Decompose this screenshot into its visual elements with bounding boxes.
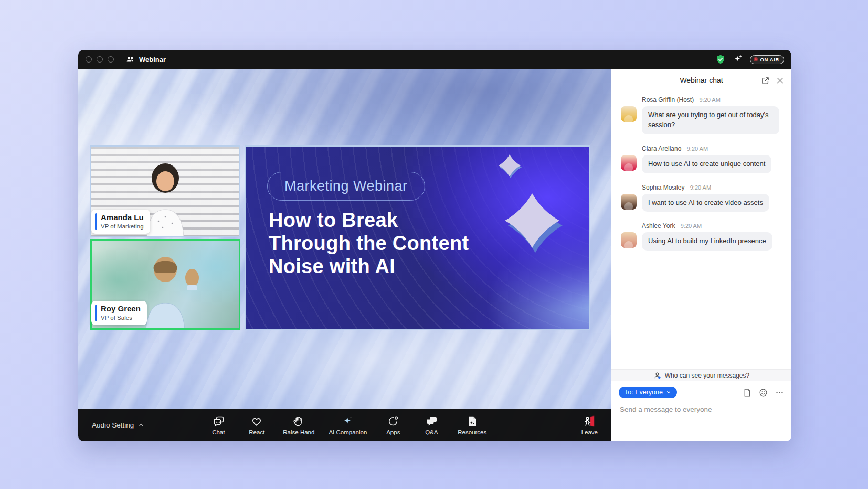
apps-icon	[387, 415, 399, 428]
popout-icon[interactable]	[761, 76, 770, 85]
chat-label: Chat	[212, 429, 225, 435]
attach-file-icon[interactable]	[743, 388, 751, 397]
slide-star-shape-big	[501, 185, 563, 256]
message-bubble: Using AI to build my LinkedIn presence	[642, 232, 772, 251]
avatar	[621, 194, 637, 210]
speaker-name: Roy Green	[101, 304, 141, 314]
audio-setting-label: Audio Setting	[92, 421, 134, 429]
compose-area: To: Everyone	[611, 381, 791, 441]
webinar-window: Webinar ON AIR	[78, 50, 791, 441]
window-zoom-button[interactable]	[108, 56, 114, 63]
to-everyone-label: To: Everyone	[624, 389, 663, 396]
avatar	[621, 232, 637, 248]
speaker-role: VP of Sales	[101, 314, 141, 322]
video-tile-roy[interactable]: Roy Green VP of Sales	[90, 239, 240, 330]
message-input[interactable]	[620, 405, 785, 413]
apps-button[interactable]: Apps	[381, 415, 405, 435]
avatar	[621, 106, 637, 122]
chevron-down-icon	[666, 390, 671, 395]
window-close-button[interactable]	[86, 56, 92, 63]
message-sender: Ashlee York	[642, 222, 675, 230]
chat-header-title: Webinar chat	[680, 76, 723, 85]
message-sender: Rosa Griffin (Host)	[642, 96, 694, 103]
chat-header: Webinar chat	[611, 69, 791, 92]
meeting-toolbar: Audio Setting Chat	[78, 409, 611, 441]
on-air-dot	[754, 57, 758, 61]
chat-message: Rosa Griffin (Host) 9:20 AM What are you…	[621, 96, 782, 134]
qa-label: Q&A	[425, 429, 438, 435]
chat-message-list[interactable]: Rosa Griffin (Host) 9:20 AM What are you…	[611, 92, 791, 369]
leave-button[interactable]: Leave	[581, 415, 598, 435]
speaker-role: VP of Marketing	[101, 223, 144, 231]
close-icon[interactable]	[776, 77, 784, 85]
video-stage: Amanda Lu VP of Marketing	[78, 69, 611, 441]
privacy-note[interactable]: Who can see your messages?	[611, 369, 791, 381]
raise-hand-label: Raise Hand	[283, 429, 314, 435]
video-tile-amanda[interactable]: Amanda Lu VP of Marketing	[90, 145, 240, 237]
chat-button[interactable]: Chat	[206, 415, 230, 435]
ai-companion-icon	[341, 415, 355, 428]
message-time: 9:20 AM	[699, 97, 720, 103]
slide-title-line: Noise with AI	[269, 255, 469, 278]
nametag-amanda: Amanda Lu VP of Marketing	[91, 210, 150, 234]
ai-companion-titlebar-icon[interactable]	[733, 54, 743, 65]
ai-companion-label: AI Companion	[329, 429, 367, 435]
resources-button[interactable]: Resources	[458, 415, 486, 435]
leave-label: Leave	[581, 429, 598, 435]
slide-title: How to Break Through the Content Noise w…	[269, 209, 469, 278]
chat-icon	[212, 415, 225, 428]
audio-setting-button[interactable]: Audio Setting	[92, 421, 144, 429]
react-heart-icon	[250, 415, 263, 428]
app-title: Webinar	[139, 56, 166, 64]
message-bubble: How to use AI to create unique content	[642, 155, 771, 173]
avatar	[621, 155, 637, 171]
message-time: 9:20 AM	[681, 223, 702, 229]
on-air-badge: ON AIR	[750, 55, 785, 64]
webinar-chat-panel: Webinar chat Rosa Griffin (Host) 9:20 A	[611, 69, 791, 441]
titlebar: Webinar ON AIR	[78, 50, 791, 69]
chat-message: Ashlee York 9:20 AM Using AI to build my…	[621, 222, 782, 251]
person-visibility-icon	[653, 371, 662, 380]
participants-icon	[125, 55, 135, 64]
shared-slide: Marketing Webinar How to Break Through t…	[245, 145, 590, 330]
slide-title-line: How to Break	[269, 209, 469, 232]
leave-icon	[583, 415, 596, 428]
more-options-icon[interactable]	[775, 388, 784, 397]
slide-star-shape-small	[497, 153, 522, 178]
privacy-note-label: Who can see your messages?	[665, 372, 749, 379]
message-bubble: What are you trying to get out of today'…	[642, 106, 779, 134]
emoji-icon[interactable]	[759, 388, 768, 397]
nametag-roy: Roy Green VP of Sales	[91, 301, 147, 325]
chevron-up-icon	[138, 422, 144, 428]
window-minimize-button[interactable]	[97, 56, 103, 63]
react-button[interactable]: React	[245, 415, 269, 435]
ai-companion-button[interactable]: AI Companion	[329, 415, 367, 435]
message-time: 9:20 AM	[687, 145, 708, 152]
chat-message: Clara Arellano 9:20 AM How to use AI to …	[621, 145, 782, 173]
security-shield-icon[interactable]	[715, 54, 726, 65]
message-sender: Sophia Mosiley	[642, 184, 684, 191]
on-air-label: ON AIR	[760, 57, 780, 63]
message-time: 9:20 AM	[690, 184, 711, 191]
window-controls	[86, 56, 114, 63]
app-title-group: Webinar	[125, 55, 166, 64]
qa-button[interactable]: Q&A	[419, 415, 443, 435]
react-label: React	[249, 429, 264, 435]
resources-icon	[466, 415, 479, 428]
message-sender: Clara Arellano	[642, 145, 681, 152]
message-bubble: I want to use AI to create video assets	[642, 194, 769, 212]
to-everyone-selector[interactable]: To: Everyone	[619, 387, 677, 398]
raise-hand-icon	[292, 415, 305, 428]
chat-footer: Who can see your messages? To: Everyone	[611, 369, 791, 441]
chat-message: Sophia Mosiley 9:20 AM I want to use AI …	[621, 184, 782, 212]
slide-badge: Marketing Webinar	[267, 172, 425, 201]
speaker-name: Amanda Lu	[101, 213, 144, 223]
resources-label: Resources	[458, 429, 486, 435]
slide-title-line: Through the Content	[269, 232, 469, 255]
raise-hand-button[interactable]: Raise Hand	[283, 415, 314, 435]
qa-icon	[425, 415, 438, 428]
apps-label: Apps	[386, 429, 400, 435]
